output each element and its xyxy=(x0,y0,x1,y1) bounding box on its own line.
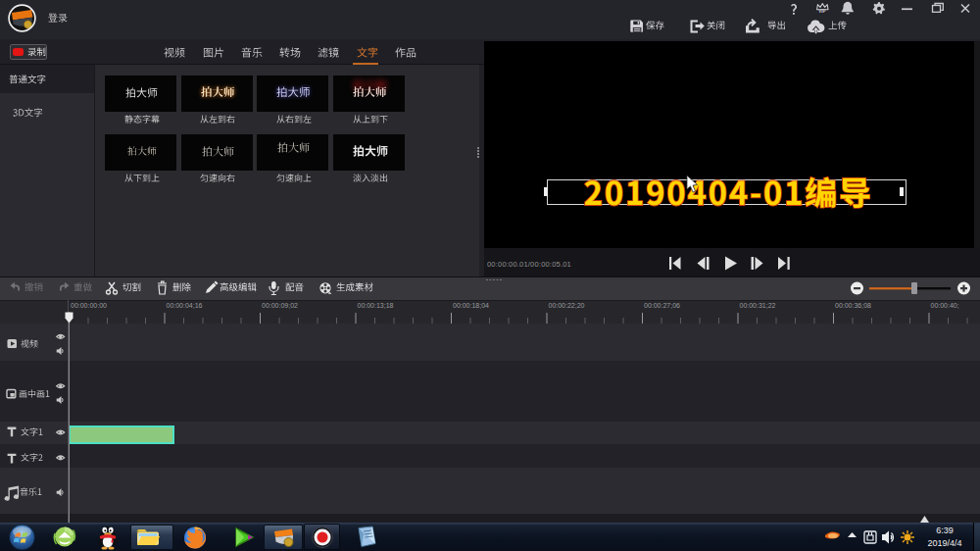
svg-text:VIP: VIP xyxy=(818,9,825,14)
